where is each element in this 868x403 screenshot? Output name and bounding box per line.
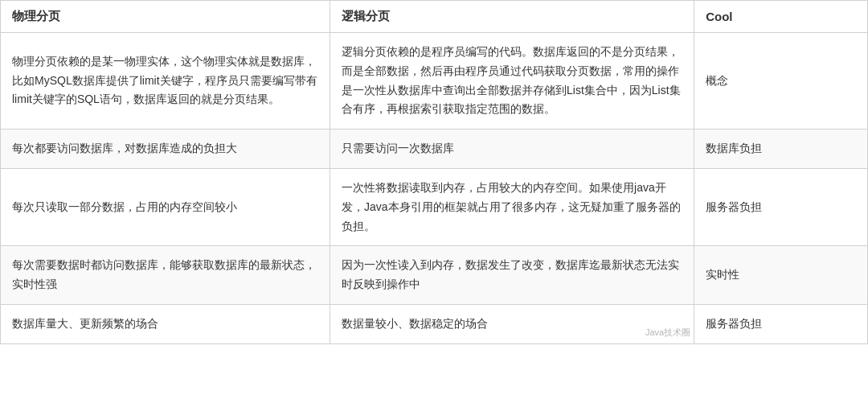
cell-col3: 概念 <box>694 33 868 130</box>
cell-col2: 一次性将数据读取到内存，占用较大的内存空间。如果使用java开发，Java本身引… <box>330 168 694 245</box>
table-row: 每次需要数据时都访问数据库，能够获取数据库的最新状态，实时性强因为一次性读入到内… <box>1 246 868 305</box>
cell-col2: 因为一次性读入到内存，数据发生了改变，数据库迄最新状态无法实时反映到操作中 <box>330 246 694 305</box>
cell-col3: 服务器负担 <box>694 168 868 245</box>
cell-col1: 数据库量大、更新频繁的场合 <box>1 304 330 343</box>
cell-col1: 每次都要访问数据库，对数据库造成的负担大 <box>1 130 330 169</box>
cell-col1: 每次需要数据时都访问数据库，能够获取数据库的最新状态，实时性强 <box>1 246 330 305</box>
cell-col3: 实时性 <box>694 246 868 305</box>
header-col1: 物理分页 <box>1 1 330 33</box>
cell-col3-text: 数据库负担 <box>706 142 762 154</box>
table-row: 数据库量大、更新频繁的场合数据量较小、数据稳定的场合Java技术圈服务器负担 <box>1 304 868 343</box>
watermark-text: Java技术圈 <box>645 325 690 340</box>
comparison-table: 物理分页 逻辑分页 Cool 物理分页依赖的是某一物理实体，这个物理实体就是数据… <box>0 0 868 344</box>
cell-col2: 只需要访问一次数据库 <box>330 130 694 169</box>
cell-col3-text: 实时性 <box>706 268 739 281</box>
cell-col2: 数据量较小、数据稳定的场合Java技术圈 <box>330 304 694 343</box>
cell-col3-text: 服务器负担 <box>706 317 762 330</box>
header-col3: Cool <box>694 1 868 33</box>
header-col2: 逻辑分页 <box>330 1 694 33</box>
cell-col3: 数据库负担 <box>694 130 868 169</box>
table-row: 每次都要访问数据库，对数据库造成的负担大只需要访问一次数据库数据库负担 <box>1 130 868 169</box>
cell-col1: 每次只读取一部分数据，占用的内存空间较小 <box>1 168 330 245</box>
cell-col2: 逻辑分页依赖的是程序员编写的代码。数据库返回的不是分页结果，而是全部数据，然后再… <box>330 33 694 130</box>
table-row: 每次只读取一部分数据，占用的内存空间较小一次性将数据读取到内存，占用较大的内存空… <box>1 168 868 245</box>
cell-col3: 服务器负担 <box>694 304 868 343</box>
cell-col3-text: 概念 <box>706 74 728 87</box>
table-row: 物理分页依赖的是某一物理实体，这个物理实体就是数据库，比如MySQL数据库提供了… <box>1 33 868 130</box>
table-header-row: 物理分页 逻辑分页 Cool <box>1 1 868 33</box>
cell-col1: 物理分页依赖的是某一物理实体，这个物理实体就是数据库，比如MySQL数据库提供了… <box>1 33 330 130</box>
cell-col3-text: 服务器负担 <box>706 200 762 213</box>
